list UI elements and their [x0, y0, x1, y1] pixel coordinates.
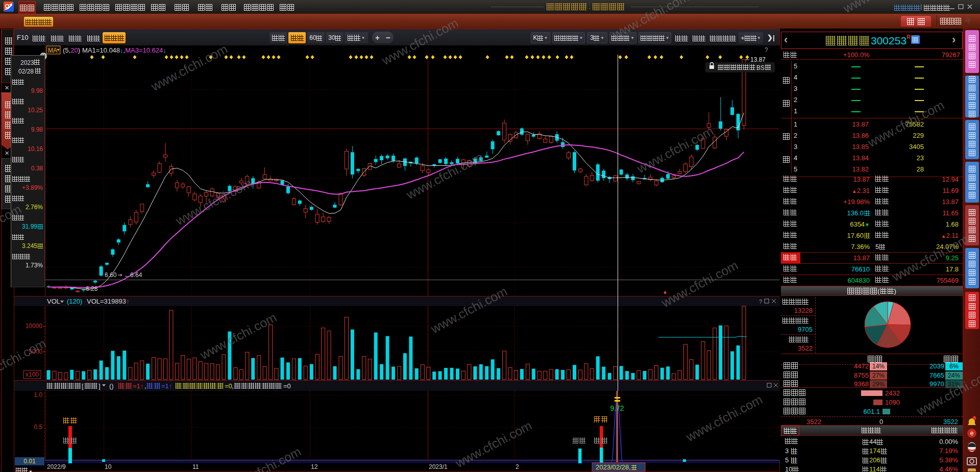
svg-text:,: ,: [232, 382, 234, 390]
svg-text:BS: BS: [756, 64, 765, 71]
svg-text:=0: =0: [225, 382, 232, 390]
svg-text:e: e: [970, 430, 974, 437]
svg-text:[: [: [82, 382, 84, 390]
svg-text:VOL=319893↑: VOL=319893↑: [87, 297, 129, 305]
svg-text:6.60: 6.60: [105, 271, 117, 279]
svg-text:]: ]: [99, 382, 101, 390]
svg-text:=0: =0: [283, 382, 291, 390]
svg-text:12: 12: [311, 463, 318, 470]
svg-text:(5,20): (5,20): [63, 46, 80, 54]
svg-text:,: ,: [144, 382, 146, 390]
svg-text:←6.64: ←6.64: [124, 271, 142, 279]
svg-text:1.0: 1.0: [34, 391, 42, 399]
svg-text:13.87: 13.87: [750, 56, 766, 63]
svg-text:2022/9: 2022/9: [47, 463, 66, 470]
svg-text:2023/1: 2023/1: [429, 463, 448, 470]
svg-text:5000: 5000: [29, 348, 42, 355]
svg-text:10000: 10000: [26, 322, 43, 330]
svg-text:VOL: VOL: [47, 297, 60, 305]
svg-text:x100: x100: [26, 371, 39, 378]
svg-text:11: 11: [192, 463, 199, 470]
svg-text:=1↑: =1↑: [161, 382, 172, 390]
svg-text:9.72: 9.72: [610, 404, 624, 412]
svg-text:=1↑: =1↑: [133, 382, 143, 390]
svg-text:MA1=10.048↓,MA3=10.624↓: MA1=10.048↓,MA3=10.624↓: [82, 46, 166, 54]
svg-text:(120): (120): [67, 297, 82, 305]
svg-text:2023/02/28,: 2023/02/28,: [596, 463, 631, 471]
svg-text:(): (): [109, 382, 114, 390]
svg-text:?: ?: [765, 46, 768, 54]
svg-text:10: 10: [105, 463, 112, 470]
svg-text:2: 2: [516, 463, 519, 470]
svg-text:?: ?: [759, 299, 762, 305]
svg-text:6.28: 6.28: [86, 285, 98, 292]
svg-text:0.5: 0.5: [34, 424, 42, 431]
svg-text:MA: MA: [48, 47, 57, 54]
